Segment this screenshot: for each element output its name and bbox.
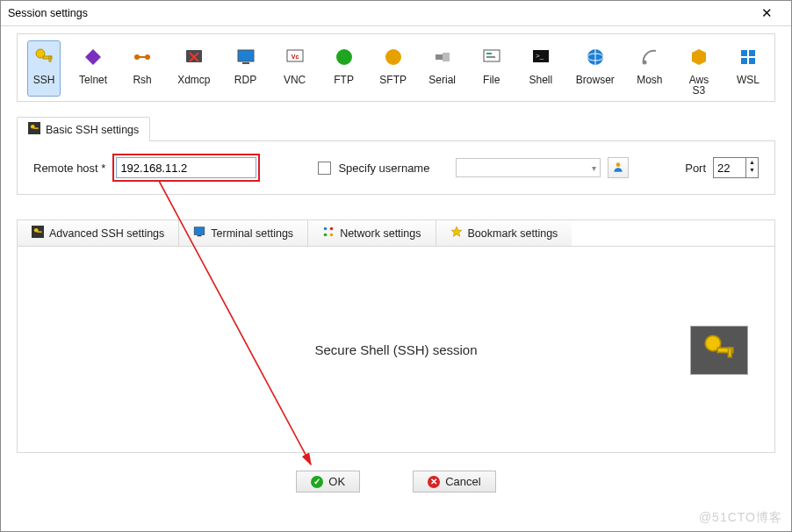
- tab-label: Bookmark settings: [468, 227, 558, 240]
- protocol-xdmcp[interactable]: Xdmcp: [177, 43, 210, 96]
- spin-down-icon[interactable]: ▼: [746, 166, 758, 174]
- svg-marker-25: [692, 49, 706, 65]
- remote-host-highlight: [112, 154, 260, 182]
- spin-up-icon[interactable]: ▲: [746, 158, 758, 166]
- protocol-shell[interactable]: >_ Shell: [527, 43, 555, 96]
- remote-host-input[interactable]: [116, 157, 256, 178]
- advanced-tab-strip: Advanced SSH settings Terminal settings …: [17, 219, 775, 247]
- user-browse-button[interactable]: [608, 157, 629, 178]
- tab-terminal-settings[interactable]: Terminal settings: [179, 220, 308, 246]
- protocol-mosh[interactable]: Mosh: [636, 43, 664, 96]
- session-type-emblem: [690, 326, 748, 375]
- star-icon: [450, 226, 463, 241]
- protocol-label: Browser: [576, 75, 615, 85]
- session-description-pane: Secure Shell (SSH) session: [17, 247, 775, 453]
- protocol-label: Telnet: [79, 75, 107, 85]
- svg-rect-2: [49, 56, 51, 61]
- protocol-label: VNC: [284, 75, 306, 85]
- tab-bookmark-settings[interactable]: Bookmark settings: [436, 220, 572, 246]
- svg-rect-27: [749, 50, 755, 56]
- protocol-aws-s3[interactable]: Aws S3: [685, 43, 713, 96]
- svg-point-40: [330, 227, 334, 231]
- tab-basic-ssh-settings[interactable]: Basic SSH settings: [17, 117, 150, 141]
- svg-rect-26: [741, 50, 747, 56]
- close-button[interactable]: ✕: [749, 5, 784, 21]
- network-icon: [322, 226, 335, 241]
- session-type-title: Secure Shell (SSH) session: [314, 342, 477, 357]
- svg-rect-14: [436, 54, 443, 60]
- protocol-label: Rsh: [133, 75, 151, 85]
- cancel-button[interactable]: ✕ Cancel: [413, 471, 495, 492]
- titlebar: Session settings ✕: [1, 1, 791, 26]
- key-icon: [701, 331, 738, 370]
- dialog-button-row: ✓ OK ✕ Cancel: [17, 471, 775, 492]
- svg-point-42: [330, 234, 334, 237]
- svg-rect-8: [238, 50, 254, 61]
- svg-rect-32: [33, 127, 38, 128]
- svg-rect-37: [194, 227, 205, 235]
- svg-point-39: [324, 227, 328, 231]
- serial-icon: [428, 43, 457, 71]
- protocol-file[interactable]: File: [478, 43, 506, 96]
- watermark: @51CTO博客: [699, 510, 782, 526]
- protocol-label: SFTP: [379, 75, 407, 85]
- protocol-rdp[interactable]: RDP: [232, 43, 260, 96]
- svg-rect-38: [198, 235, 202, 236]
- svg-point-33: [616, 162, 621, 167]
- protocol-rsh[interactable]: Rsh: [128, 43, 156, 96]
- basic-tab-strip: Basic SSH settings: [17, 116, 775, 141]
- svg-rect-46: [729, 348, 732, 357]
- svg-rect-6: [137, 56, 148, 58]
- cross-icon: ✕: [428, 476, 440, 488]
- port-spinner[interactable]: ▲▼: [713, 157, 759, 178]
- protocol-vnc[interactable]: Vc VNC: [281, 43, 309, 96]
- protocol-ftp[interactable]: FTP: [330, 43, 358, 96]
- protocol-label: Mosh: [637, 75, 662, 85]
- protocol-serial[interactable]: Serial: [428, 43, 457, 96]
- remote-host-label: Remote host *: [33, 162, 105, 175]
- tab-label: Network settings: [340, 227, 421, 240]
- tab-network-settings[interactable]: Network settings: [308, 220, 436, 246]
- protocol-browser[interactable]: Browser: [576, 43, 615, 96]
- key-small-icon: [32, 226, 44, 241]
- rsh-icon: [128, 43, 156, 71]
- basic-ssh-pane: Remote host * Specify username ▾ Port ▲▼: [17, 141, 775, 195]
- protocol-label: Serial: [428, 75, 456, 85]
- key-icon: [30, 43, 58, 71]
- protocol-type-row: SSH Telnet Rsh Xdmcp RDP Vc VNC: [17, 33, 775, 102]
- file-icon: [478, 43, 506, 71]
- telnet-icon: [79, 43, 107, 71]
- username-combo[interactable]: ▾: [456, 158, 601, 177]
- aws-s3-icon: [685, 43, 713, 71]
- svg-text:Vc: Vc: [291, 54, 299, 60]
- port-input[interactable]: [714, 158, 745, 177]
- protocol-label: RDP: [234, 75, 256, 85]
- svg-point-24: [642, 61, 646, 65]
- svg-marker-3: [85, 49, 101, 65]
- svg-text:>_: >_: [536, 52, 544, 60]
- protocol-label: SSH: [33, 75, 55, 85]
- user-icon: [612, 161, 624, 176]
- svg-rect-16: [484, 50, 500, 61]
- svg-rect-36: [37, 231, 41, 232]
- browser-icon: [581, 43, 609, 71]
- key-small-icon: [28, 122, 40, 137]
- svg-point-13: [385, 49, 401, 65]
- svg-point-12: [336, 49, 352, 65]
- specify-username-label: Specify username: [338, 162, 429, 175]
- protocol-label: Xdmcp: [177, 75, 210, 85]
- protocol-wsl[interactable]: WSL: [734, 43, 762, 96]
- protocol-ssh[interactable]: SSH: [28, 41, 60, 96]
- protocol-label: File: [483, 75, 500, 85]
- tab-label: Advanced SSH settings: [49, 227, 164, 240]
- tab-label: Basic SSH settings: [46, 124, 139, 136]
- protocol-label: FTP: [334, 75, 354, 85]
- tab-advanced-ssh-settings[interactable]: Advanced SSH settings: [18, 220, 179, 246]
- specify-username-checkbox[interactable]: [318, 162, 331, 175]
- protocol-sftp[interactable]: SFTP: [379, 43, 407, 96]
- ok-button[interactable]: ✓ OK: [296, 471, 360, 492]
- svg-marker-43: [451, 226, 462, 236]
- protocol-telnet[interactable]: Telnet: [79, 43, 107, 96]
- sftp-icon: [379, 43, 407, 71]
- check-icon: ✓: [311, 476, 323, 488]
